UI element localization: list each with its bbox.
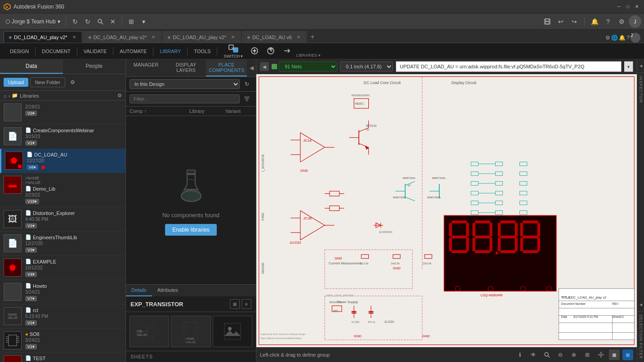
new-folder-button[interactable]: New Folder: [30, 77, 65, 87]
tab-close-2[interactable]: ✕: [150, 34, 157, 40]
sidebar-tab-data[interactable]: Data: [0, 59, 63, 74]
lib-badge[interactable]: V7▾: [25, 296, 37, 301]
tab-dc-load-v6[interactable]: ◈ DC_LOAD_AU v6 ✕: [242, 31, 307, 43]
grid-view-button[interactable]: ⊞: [125, 15, 138, 28]
grid-dropdown-button[interactable]: ▾: [138, 15, 150, 28]
list-item[interactable]: ▬ 📄 TEST 1/28/21 V5▾: [0, 353, 125, 362]
add-tab-button[interactable]: +: [308, 31, 317, 43]
list-item[interactable]: 📄 📄 EngineersThumbLib 12/27/20 V3▾: [0, 232, 125, 256]
design-select[interactable]: In this Design: [130, 79, 240, 89]
notifications-button[interactable]: 🔔: [588, 15, 601, 28]
selection-filter-label[interactable]: SELECTION FILTER: [639, 312, 643, 362]
close-search-button[interactable]: ✕: [107, 15, 119, 28]
ribbon-library-btn[interactable]: LIBRARY: [157, 47, 183, 55]
right-collapse-btn[interactable]: ◀: [637, 59, 644, 73]
ribbon-validate-btn[interactable]: VALIDATE: [81, 47, 110, 55]
preview-ic[interactable]: >NAME >VALUE: [171, 316, 210, 347]
net-count-select[interactable]: 91 Nets: [279, 62, 337, 72]
tab-question-button[interactable]: ?: [626, 35, 630, 41]
zoom-in-btn[interactable]: ⊕: [568, 349, 579, 360]
ribbon-document-btn[interactable]: DOCUMENT: [39, 47, 73, 55]
tab-close-4[interactable]: ✕: [295, 34, 302, 40]
team-hub-selector[interactable]: ⬡ Jorge $ Team Hub ▾: [3, 18, 63, 26]
lib-badge[interactable]: V4▾: [25, 272, 37, 277]
info-btn[interactable]: ℹ: [514, 349, 525, 360]
switch-button[interactable]: SWITCH ▾: [221, 43, 246, 59]
panel-refresh-icon[interactable]: ↻: [242, 79, 252, 89]
list-item[interactable]: 📄 Howto 3/24/21 V7▾: [0, 280, 125, 304]
ribbon-automate-btn[interactable]: AUTOMATE: [117, 47, 149, 55]
lib-badge[interactable]: V2▾: [25, 111, 37, 116]
list-item[interactable]: 📄 📄 CreateComponentsWebinar 3/15/23 V1▾: [0, 125, 125, 149]
save-button[interactable]: [541, 15, 554, 28]
panel-collapse-icon[interactable]: ◀: [247, 59, 256, 76]
zoom-out-btn[interactable]: ⊖: [555, 349, 566, 360]
list-item[interactable]: ▬ >NAME >VALUE 📄 Demo_Lib 2/23/22 V18▾: [0, 173, 125, 207]
lib-badge[interactable]: V1▾: [25, 140, 37, 146]
tab-dc-load-play-3[interactable]: ◈ DC_LOAD_AU_play v2* ✕: [162, 31, 241, 43]
undo-button[interactable]: ↩: [555, 15, 567, 28]
search-button[interactable]: [94, 15, 107, 28]
tab-manager[interactable]: MANAGER: [126, 59, 166, 76]
library-arrow-button[interactable]: [280, 45, 294, 57]
settings-button[interactable]: ⚙: [615, 15, 628, 28]
view-grid-btn[interactable]: ⊞: [230, 299, 240, 309]
redo-button[interactable]: ↪: [568, 15, 581, 28]
grid-btn[interactable]: ⊞: [582, 349, 593, 360]
upload-button[interactable]: Upload: [4, 78, 28, 87]
sidebar-tab-people[interactable]: People: [63, 59, 126, 74]
list-item-dc-load[interactable]: ⬟ 📄 DC_LOAD_AU 12/27/20 V6▾: [0, 149, 125, 173]
lib-badge[interactable]: V1▾: [25, 320, 37, 326]
inspector-label[interactable]: INSPECTOR: [639, 73, 643, 106]
tab-attributes[interactable]: Attributes: [152, 285, 183, 296]
maximize-button[interactable]: □: [624, 3, 631, 10]
list-item[interactable]: ⬟ 📄 EXAMPLE 10/12/22 V4▾: [0, 256, 125, 280]
minimize-button[interactable]: ─: [615, 3, 622, 10]
ribbon-design-btn[interactable]: DESIGN: [7, 47, 31, 55]
move-components-button[interactable]: [247, 45, 262, 57]
update-dropdown-btn[interactable]: ▾: [624, 61, 633, 72]
user-avatar[interactable]: J: [629, 15, 641, 28]
zoom-btn[interactable]: [541, 349, 552, 360]
lib-badge[interactable]: V1▾: [25, 223, 37, 228]
list-item[interactable]: 🖼 📄 Distortion_Explorer 4:40:36 PM V1▾: [0, 207, 125, 232]
view-list-btn[interactable]: ≡: [242, 299, 251, 309]
refresh2-button[interactable]: ↻: [81, 15, 94, 28]
add-btn[interactable]: ➕: [595, 349, 606, 360]
refresh-button[interactable]: ↻: [69, 15, 81, 28]
sidebar-settings-icon[interactable]: ⚙: [67, 77, 78, 88]
tab-dc-load-play-2[interactable]: ◈ DC_LOAD_AU_play v2* ✕: [83, 31, 162, 43]
home-icon[interactable]: ⌂: [4, 93, 7, 98]
update-button[interactable]: [264, 45, 278, 57]
unit-select[interactable]: 0.1 inch (4.17.6): [340, 62, 393, 72]
libraries-settings-icon[interactable]: ⚙: [117, 93, 122, 98]
tab-globe-button[interactable]: 🌐: [611, 35, 618, 41]
list-item[interactable]: 2/19/21 V2▾: [0, 101, 125, 125]
filter-options-icon[interactable]: [242, 94, 252, 104]
preview-schematic[interactable]: G$1 VALUE: [130, 316, 169, 347]
list-item[interactable]: ● SO8 3/24/21 V1▾: [0, 329, 125, 353]
select-btn[interactable]: ◼: [622, 349, 633, 360]
tab-bell-button[interactable]: 🔔: [619, 35, 626, 41]
lib-badge[interactable]: V18▾: [25, 199, 39, 204]
schematic-canvas[interactable]: DC Load Core Circuit Display Circuit JC1…: [256, 74, 637, 347]
help-button[interactable]: ?: [602, 15, 614, 28]
lib-badge[interactable]: V1▾: [25, 344, 37, 349]
tab-settings-button[interactable]: ⚙: [605, 35, 610, 41]
update-command-input[interactable]: [396, 61, 622, 72]
filter-input[interactable]: [130, 94, 240, 103]
tab-dc-load-play-1[interactable]: ◈ DC_LOAD_AU_play v2* ✕: [4, 31, 82, 43]
tab-close-1[interactable]: ✕: [71, 34, 77, 40]
right-collapse-btn-2[interactable]: ◀: [637, 298, 644, 312]
tab-place-components[interactable]: PLACE COMPONENTS: [206, 59, 247, 76]
ribbon-tools-btn[interactable]: TOOLS: [191, 47, 213, 55]
tab-display-layers[interactable]: DISPLAY LAYERS: [166, 59, 206, 76]
tab-user-button[interactable]: J: [631, 33, 640, 43]
dark-mode-btn[interactable]: ◼: [609, 349, 620, 360]
enable-libraries-button[interactable]: Enable libraries: [165, 224, 217, 236]
close-button[interactable]: ✕: [633, 3, 640, 10]
preview-image[interactable]: [213, 316, 252, 347]
eye-btn[interactable]: 👁: [528, 349, 539, 360]
list-item[interactable]: NAME VALUE 📄 rcl 5:23:43 PM V1▾: [0, 304, 125, 329]
schematic-collapse-left[interactable]: ◀: [260, 62, 269, 71]
